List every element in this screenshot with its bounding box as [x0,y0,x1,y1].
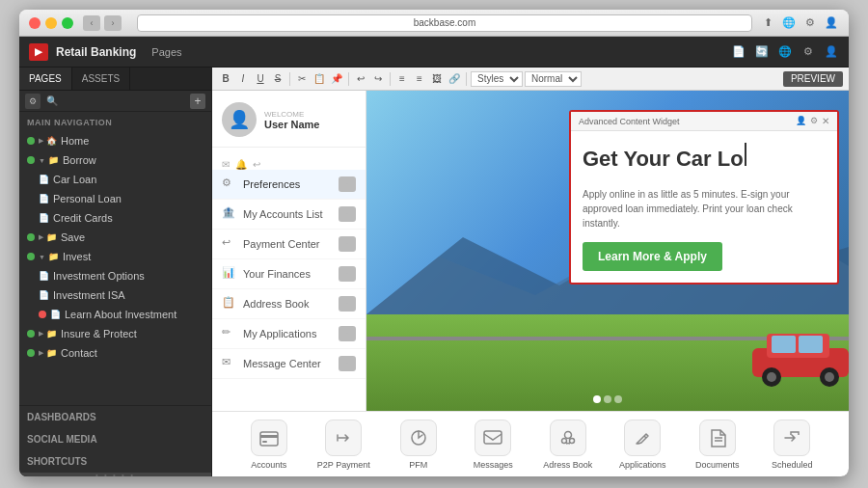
pagination-dot-3[interactable] [614,395,622,403]
nav-accounts-list[interactable]: 🏦 My Accounts List › [212,200,366,230]
image-button[interactable]: 🖼 [429,71,445,87]
cut-button[interactable]: ✂ [294,71,310,87]
applications-label: My Applications [243,328,316,339]
nav-applications[interactable]: ✏ My Applications › [212,319,366,349]
link-button[interactable]: 🔗 [447,71,462,87]
documents-icon-circle [699,420,736,456]
widget-scheduled[interactable]: Scheduled [763,420,821,470]
globe-icon[interactable]: 🌐 [781,15,797,31]
nav-item-home[interactable]: ▶ 🏠 Home [19,131,211,150]
user-icon[interactable]: 👤 [824,15,839,31]
nav-item-borrow[interactable]: ▼ 📁 Borrow [19,150,211,170]
pages-nav-item[interactable]: Pages [151,46,181,58]
pagination-dot-2[interactable] [604,395,611,403]
nav-payment-center[interactable]: ↩ Payment Center › [212,230,366,259]
dashboards-header[interactable]: DASHBOARDS [19,406,211,428]
nav-item-car-loan[interactable]: 📄 Car Loan [19,170,211,189]
app-topbar: ▶ Retail Banking Pages 📄 🔄 🌐 ⚙ 👤 [19,37,849,68]
sidebar-search-icon[interactable]: 🔍 [44,94,60,109]
page-icon-learn: 📄 [50,310,61,319]
messages-label: Message Center [243,358,321,369]
folder-icon-borrow: 📁 [48,155,59,165]
underline-button[interactable]: U [253,71,268,87]
nav-preferences-left: ⚙ Preferences [222,176,300,192]
nav-preferences[interactable]: ⚙ Preferences › [212,170,366,200]
sidebar-add-button[interactable]: + [190,94,205,109]
styles-select[interactable]: Styles [471,71,523,87]
folder-icon-insure: 📁 [46,329,57,339]
cta-button[interactable]: Learn More & Apply [583,242,722,271]
nav-item-investment-options[interactable]: 📄 Investment Options [19,266,211,285]
messages-svg [482,427,503,448]
widget-accounts[interactable]: Accounts [240,420,298,470]
settings-icon[interactable]: ⚙ [802,15,818,31]
share-icon[interactable]: ⬆ [760,15,775,31]
finances-icon: 📊 [222,266,237,282]
close-button[interactable] [29,17,41,29]
logout-icon[interactable]: ↩ [253,159,260,170]
maximize-button[interactable] [62,17,73,29]
drag-handle[interactable]: • • • • • [19,473,211,476]
sidebar-gear-icon[interactable]: ⚙ [25,94,41,109]
sidebar-toolbar-left: ⚙ 🔍 [25,94,60,109]
nav-item-personal-loan[interactable]: 📄 Personal Loan [19,189,211,208]
widget-p2p[interactable]: P2P Payment [314,420,372,470]
svg-rect-10 [260,432,278,446]
nav-item-contact[interactable]: ▶ 📁 Contact [19,343,211,363]
nav-item-save[interactable]: ▶ 📁 Save [19,228,211,247]
widget-settings-icon[interactable]: ⚙ [810,116,818,126]
paste-button[interactable]: 📌 [329,71,344,87]
normal-select[interactable]: Normal [525,71,582,87]
nav-tree: ▶ 🏠 Home ▼ 📁 Borrow 📄 Car Loan [19,131,211,405]
widget-applications[interactable]: Applications [613,420,671,470]
refresh-icon[interactable]: 🔄 [754,44,770,60]
nav-item-investment-isa[interactable]: 📄 Investment ISA [19,285,211,305]
new-file-icon[interactable]: 📄 [731,44,746,60]
pagination-dot-1[interactable] [593,395,601,403]
mail-icon[interactable]: ✉ [222,159,230,170]
widget-documents[interactable]: Documents [689,420,746,470]
widget-overlay: Advanced Content Widget 👤 ⚙ ✕ [569,110,839,285]
nav-item-invest[interactable]: ▼ 📁 Invest [19,247,211,266]
nav-messages[interactable]: ✉ Message Center › [212,349,366,379]
nav-item-credit-cards[interactable]: 📄 Credit Cards [19,208,211,228]
align-left-button[interactable]: ≡ [394,71,410,87]
applications-label: Applications [619,460,666,470]
copy-button[interactable]: 📋 [312,71,327,87]
gear-icon[interactable]: ⚙ [800,44,816,60]
nav-address-book[interactable]: 📋 Address Book › [212,289,366,319]
sidebar-section-main-nav: MAIN NAVIGATION [19,112,211,131]
nav-item-insure[interactable]: ▶ 📁 Insure & Protect [19,324,211,343]
back-button[interactable]: ‹ [83,15,100,31]
social-media-header[interactable]: SOCIAL MEDIA [19,428,211,450]
widget-user-icon[interactable]: 👤 [796,116,806,126]
content-main: 👤 WELCOME User Name ✉ 🔔 [212,91,849,476]
widget-address-book[interactable]: Adress Book [539,420,597,470]
minimize-button[interactable] [45,17,57,29]
nav-label-car-loan: Car Loan [53,174,96,185]
undo-button[interactable]: ↩ [353,71,368,87]
nav-payment-left: ↩ Payment Center [222,236,319,252]
widget-pfm[interactable]: PFM [390,420,448,470]
bell-icon[interactable]: 🔔 [235,159,247,170]
tab-assets[interactable]: ASSETS [72,68,130,90]
user-profile-icon[interactable]: 👤 [824,44,839,60]
align-center-button[interactable]: ≡ [412,71,427,87]
nav-arrow-messages: › [339,356,356,371]
preview-button[interactable]: PREVIEW [783,71,843,87]
tab-pages[interactable]: PAGES [19,68,72,90]
url-bar[interactable]: backbase.com [137,14,752,32]
nav-messages-left: ✉ Message Center [222,356,321,371]
bold-button[interactable]: B [218,71,233,87]
italic-button[interactable]: I [235,71,251,87]
widget-close-button[interactable]: ✕ [822,116,829,126]
forward-button[interactable]: › [104,15,122,31]
widget-messages[interactable]: Messages [464,420,522,470]
messages-icon-circle [475,420,511,456]
nav-item-learn-investment[interactable]: 📄 Learn About Investment [19,305,211,324]
address-label: Address Book [243,298,309,310]
strikethrough-button[interactable]: S [270,71,285,87]
globe-icon[interactable]: 🌐 [777,44,793,60]
redo-button[interactable]: ↪ [370,71,386,87]
nav-finances[interactable]: 📊 Your Finances › [212,259,366,289]
